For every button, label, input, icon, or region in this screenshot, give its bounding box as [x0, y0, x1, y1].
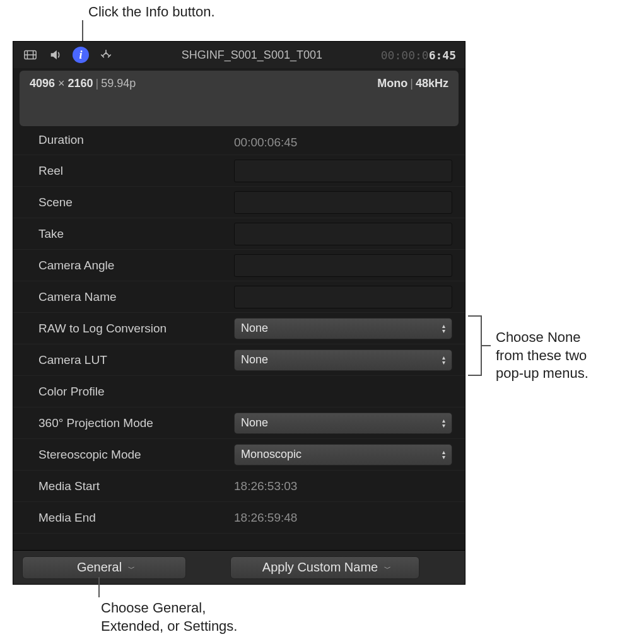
media-start-label: Media Start [38, 479, 234, 493]
audio-icon[interactable] [47, 47, 64, 63]
row-cutoff [13, 534, 465, 550]
projection-label: 360° Projection Mode [38, 416, 234, 430]
clip-timecode: 00:00:06:45 [381, 49, 456, 62]
camera-name-label: Camera Name [38, 290, 234, 304]
row-media-end: Media End 18:26:59:48 [13, 502, 465, 534]
bracket-line [468, 315, 482, 376]
inspector-bottom-bar: General Apply Custom Name [13, 550, 465, 584]
clip-title: SHGINF_S001_S001_T001 [123, 49, 381, 62]
row-camera-name: Camera Name [13, 281, 465, 313]
stereoscopic-select[interactable]: Monoscopic [234, 444, 452, 465]
camera-angle-label: Camera Angle [38, 259, 234, 272]
inspector-toolbar: i SHGINF_S001_S001_T001 00:00:06:45 [13, 42, 465, 68]
row-take: Take [13, 218, 465, 250]
camera-name-input[interactable] [234, 286, 452, 308]
audio-summary: Mono|48kHz [377, 77, 448, 120]
camera-lut-select[interactable]: None [234, 349, 452, 371]
camera-angle-input[interactable] [234, 254, 452, 277]
row-scene: Scene [13, 187, 465, 218]
camera-lut-label: Camera LUT [38, 353, 234, 367]
share-icon[interactable] [98, 47, 114, 63]
take-input[interactable] [234, 223, 452, 245]
raw-to-log-label: RAW to Log Conversion [38, 322, 234, 336]
take-label: Take [38, 227, 234, 241]
row-camera-angle: Camera Angle [13, 250, 465, 281]
info-inspector-panel: i SHGINF_S001_S001_T001 00:00:06:45 4096… [13, 41, 465, 585]
row-media-start: Media Start 18:26:53:03 [13, 471, 465, 502]
callout-info-button: Click the Info button. [88, 3, 215, 21]
duration-value: 00:00:06:45 [234, 136, 465, 149]
callout-popup-menus: Choose None from these two pop-up menus. [496, 329, 588, 383]
chevron-updown-icon [442, 324, 445, 334]
callout-line [482, 345, 491, 346]
chevron-updown-icon [442, 418, 445, 428]
row-stereoscopic: Stereoscopic Mode Monoscopic [13, 439, 465, 471]
clip-summary: 4096 × 2160|59.94p Mono|48kHz [20, 71, 459, 126]
row-camera-lut: Camera LUT None [13, 344, 465, 376]
reel-input[interactable] [234, 160, 452, 182]
row-duration: Duration 00:00:06:45 [13, 130, 465, 155]
cutoff-label [38, 535, 234, 549]
resolution-fps: 4096 × 2160|59.94p [30, 77, 136, 120]
scene-label: Scene [38, 196, 234, 209]
media-end-label: Media End [38, 511, 234, 525]
chevron-updown-icon [442, 355, 445, 365]
projection-select[interactable]: None [234, 413, 452, 434]
row-360-projection: 360° Projection Mode None [13, 407, 465, 439]
callout-line [98, 577, 100, 597]
duration-label: Duration [38, 133, 234, 147]
reel-label: Reel [38, 164, 234, 178]
chevron-down-icon [128, 560, 135, 575]
metadata-view-button[interactable]: General [22, 556, 186, 579]
info-icon[interactable]: i [73, 47, 89, 63]
media-start-value: 18:26:53:03 [234, 479, 465, 493]
row-raw-to-log: RAW to Log Conversion None [13, 313, 465, 344]
callout-view-menu: Choose General, Extended, or Settings. [101, 599, 237, 635]
metadata-list: Duration 00:00:06:45 Reel Scene Take Cam… [13, 130, 465, 550]
video-icon[interactable] [22, 47, 38, 63]
stereoscopic-label: Stereoscopic Mode [38, 448, 234, 462]
color-profile-label: Color Profile [38, 385, 234, 399]
row-color-profile: Color Profile [13, 376, 465, 407]
raw-to-log-select[interactable]: None [234, 318, 452, 339]
scene-input[interactable] [234, 191, 452, 214]
chevron-updown-icon [442, 450, 445, 460]
row-reel: Reel [13, 155, 465, 187]
apply-custom-name-button[interactable]: Apply Custom Name [230, 556, 419, 579]
chevron-down-icon [384, 560, 391, 575]
media-end-value: 18:26:59:48 [234, 511, 465, 525]
